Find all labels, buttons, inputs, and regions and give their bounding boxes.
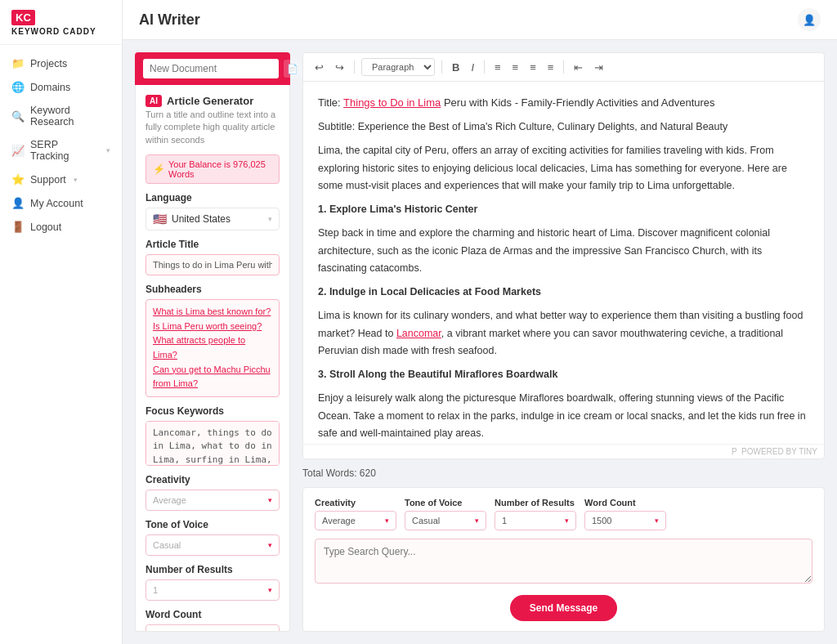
sidebar-label-domains: Domains (30, 82, 70, 93)
sidebar-label-account: My Account (30, 198, 83, 209)
subheader-item-3: What attracts people to Lima? (153, 333, 272, 362)
redo-button[interactable]: ↪ (332, 60, 347, 75)
logo-kc: KC (11, 10, 35, 25)
article-title-group: Article Title (145, 239, 280, 275)
account-icon: 👤 (11, 197, 25, 209)
balance-text: Your Balance is 976,025 Words (168, 159, 272, 179)
editor-container: ↩ ↪ Paragraph B I ≡ ≡ ≡ ≡ ⇤ ⇥ (302, 52, 825, 459)
bottom-creativity-select[interactable]: Average ▾ (315, 511, 396, 530)
subheader-item-4: Can you get to Machu Picchu from Lima? (153, 363, 272, 391)
toolbar-sep-4 (563, 60, 564, 74)
sidebar-item-domains[interactable]: 🌐 Domains (0, 75, 122, 99)
doc-icon-1[interactable]: 📄 (284, 60, 302, 78)
tone-value: Casual (153, 540, 181, 550)
toolbar-sep-3 (484, 60, 485, 74)
italic-button[interactable]: I (468, 60, 477, 75)
top-bar: AI Writer 👤 (123, 0, 837, 40)
ai-icon: AI (145, 95, 162, 107)
tone-label: Tone of Voice (145, 519, 280, 530)
creativity-value: Average (153, 495, 186, 505)
bottom-wordcount-group: Word Count 1500 ▾ (584, 498, 666, 530)
new-document-input[interactable] (143, 59, 279, 78)
align-left-button[interactable]: ≡ (491, 60, 504, 75)
language-chevron-icon: ▾ (268, 215, 272, 223)
num-results-select[interactable]: 1 ▾ (145, 579, 280, 601)
bolt-icon: ⚡ (153, 163, 165, 175)
article-title-input[interactable] (145, 254, 280, 275)
sidebar-item-support[interactable]: ⭐ Support ▾ (0, 168, 122, 191)
bottom-wordcount-select[interactable]: 1500 ▾ (584, 511, 666, 530)
sidebar-item-serp-tracking[interactable]: 📈 SERP Tracking ▾ (0, 133, 122, 168)
outdent-button[interactable]: ⇤ (571, 60, 586, 75)
sidebar-label-keyword: Keyword Research (30, 105, 110, 127)
editor-body-3: Enjoy a leisurely walk along the picture… (318, 390, 809, 442)
lancomar-link[interactable]: Lancomar (396, 328, 441, 339)
focus-keywords-input[interactable]: Lancomar, things to do in Lima, what to … (145, 421, 280, 466)
toolbar-sep-2 (441, 60, 442, 74)
flag-icon: 🇺🇸 (153, 212, 167, 226)
editor-body-1: Step back in time and explore the charmi… (318, 225, 809, 277)
subheaders-box[interactable]: What is Lima best known for? Is Lima Per… (145, 299, 280, 397)
sidebar-nav: 📁 Projects 🌐 Domains 🔍 Keyword Research … (0, 45, 122, 644)
num-results-label: Number of Results (145, 564, 280, 575)
bold-button[interactable]: B (449, 60, 463, 75)
bottom-tone-select[interactable]: Casual ▾ (405, 511, 486, 530)
article-title-label: Article Title (145, 239, 280, 250)
bottom-tone-value: Casual (412, 516, 440, 525)
paragraph-select[interactable]: Paragraph (361, 58, 435, 76)
user-avatar[interactable]: 👤 (798, 8, 821, 31)
bottom-results-chevron-icon: ▾ (565, 517, 569, 525)
domains-icon: 🌐 (11, 81, 25, 93)
article-gen-desc: Turn a title and outline text into a ful… (145, 109, 280, 146)
bottom-tone-label: Tone of Voice (405, 498, 486, 508)
num-results-group: Number of Results 1 ▾ (145, 564, 280, 601)
creativity-label: Creativity (145, 474, 280, 485)
doc-input-bar: 📄 📄 📄 📄 💾 (135, 52, 290, 85)
bottom-results-group: Number of Results 1 ▾ (495, 498, 576, 530)
align-justify-button[interactable]: ≡ (544, 60, 557, 75)
undo-button[interactable]: ↩ (311, 60, 327, 75)
bottom-wordcount-chevron-icon: ▾ (655, 517, 659, 525)
search-query-input[interactable] (315, 539, 812, 584)
main-area: AI Writer 👤 📄 📄 📄 📄 💾 (123, 0, 837, 644)
language-select[interactable]: 🇺🇸 United States ▾ (145, 208, 280, 230)
bottom-wordcount-value: 1500 (592, 516, 611, 525)
bottom-tone-chevron-icon: ▾ (475, 517, 479, 525)
logo-name: KEYWORD CADDY (11, 27, 110, 36)
bottom-results-select[interactable]: 1 ▾ (495, 511, 576, 530)
bottom-results-label: Number of Results (495, 498, 576, 508)
title-link[interactable]: Things to Do in Lima (343, 96, 441, 109)
powered-by: P POWERED BY TINY (303, 444, 824, 458)
article-gen-section: AI Article Generator Turn a title and ou… (145, 95, 280, 146)
sidebar-item-logout[interactable]: 🚪 Logout (0, 215, 122, 239)
editor-body-2: Lima is known for its culinary wonders, … (318, 307, 809, 360)
bottom-bar: Creativity Average ▾ Tone of Voice Casua… (302, 487, 825, 632)
word-count-select[interactable]: 100 ▾ (145, 624, 280, 632)
tone-select[interactable]: Casual ▾ (145, 534, 280, 556)
top-bar-right: 👤 (798, 8, 821, 31)
logout-icon: 🚪 (11, 221, 25, 233)
creativity-group: Creativity Average ▾ (145, 474, 280, 511)
num-results-value: 1 (153, 585, 158, 595)
sidebar-label-projects: Projects (30, 58, 67, 69)
right-panel: ↩ ↪ Paragraph B I ≡ ≡ ≡ ≡ ⇤ ⇥ (302, 52, 825, 632)
bottom-creativity-value: Average (322, 516, 356, 525)
bottom-controls: Creativity Average ▾ Tone of Voice Casua… (315, 498, 812, 530)
align-center-button[interactable]: ≡ (509, 60, 522, 75)
bottom-creativity-chevron-icon: ▾ (385, 517, 389, 525)
send-message-button[interactable]: Send Message (510, 595, 617, 621)
creativity-select[interactable]: Average ▾ (145, 490, 280, 511)
total-words: Total Words: 620 (302, 467, 376, 479)
sidebar-item-keyword-research[interactable]: 🔍 Keyword Research (0, 99, 122, 133)
projects-icon: 📁 (11, 57, 25, 69)
align-right-button[interactable]: ≡ (526, 60, 539, 75)
sidebar-item-my-account[interactable]: 👤 My Account (0, 191, 122, 215)
editor-article-title: Title: Things to Do in Lima Peru with Ki… (318, 94, 809, 112)
indent-button[interactable]: ⇥ (591, 60, 606, 75)
article-gen-title: Article Generator (167, 95, 253, 107)
sidebar-item-projects[interactable]: 📁 Projects (0, 51, 122, 75)
editor-body[interactable]: Title: Things to Do in Lima Peru with Ki… (303, 82, 824, 444)
bottom-tone-group: Tone of Voice Casual ▾ (405, 498, 486, 530)
subheaders-group: Subheaders What is Lima best known for? … (145, 284, 280, 397)
support-icon: ⭐ (11, 173, 25, 186)
